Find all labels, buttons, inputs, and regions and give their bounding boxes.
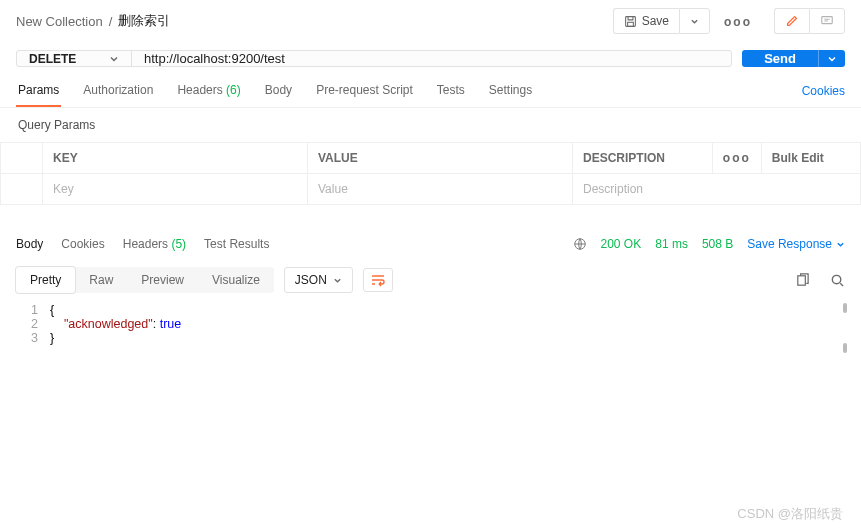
watermark: CSDN @洛阳纸贵 <box>737 505 843 523</box>
tab-settings[interactable]: Settings <box>487 75 534 107</box>
table-row[interactable]: Key Value Description <box>1 174 861 205</box>
comment-button[interactable] <box>809 8 845 34</box>
svg-rect-1 <box>627 22 633 26</box>
comment-icon <box>820 14 834 28</box>
more-icon: ooo <box>724 15 752 29</box>
copy-icon[interactable] <box>795 273 810 288</box>
format-select[interactable]: JSON <box>284 267 353 293</box>
svg-rect-4 <box>798 275 806 284</box>
resp-tab-cookies[interactable]: Cookies <box>61 233 104 255</box>
cookies-link[interactable]: Cookies <box>802 76 845 106</box>
chevron-down-icon <box>109 54 119 64</box>
tab-tests[interactable]: Tests <box>435 75 467 107</box>
breadcrumb-collection[interactable]: New Collection <box>16 14 103 29</box>
wrap-lines-button[interactable] <box>363 268 393 292</box>
bulk-edit-button[interactable]: Bulk Edit <box>761 143 860 174</box>
line-number: 3 <box>0 331 50 345</box>
cell-value-placeholder[interactable]: Value <box>308 174 573 205</box>
save-icon <box>624 15 637 28</box>
resp-tab-body[interactable]: Body <box>16 233 43 255</box>
col-key: KEY <box>43 143 308 174</box>
save-button-label: Save <box>642 14 669 28</box>
view-raw[interactable]: Raw <box>75 267 127 293</box>
col-checkbox <box>1 143 43 174</box>
save-response-button[interactable]: Save Response <box>747 237 845 251</box>
tab-headers-label: Headers <box>177 83 222 97</box>
more-options-button[interactable]: ooo <box>718 9 758 34</box>
resp-tab-headers[interactable]: Headers (5) <box>123 233 186 255</box>
http-method-label: DELETE <box>29 52 76 66</box>
query-params-heading: Query Params <box>0 108 861 142</box>
view-pretty[interactable]: Pretty <box>16 267 75 293</box>
line-number: 1 <box>0 303 50 317</box>
send-dropdown[interactable] <box>818 50 845 67</box>
save-button[interactable]: Save <box>613 8 679 34</box>
tab-prerequest[interactable]: Pre-request Script <box>314 75 415 107</box>
response-time: 81 ms <box>655 237 688 251</box>
response-body[interactable]: 1 { 2 "acknowledged": true 3 } <box>0 297 861 351</box>
status-code: 200 OK <box>601 237 642 251</box>
resp-tab-testresults[interactable]: Test Results <box>204 233 269 255</box>
breadcrumb-current[interactable]: 删除索引 <box>118 12 170 30</box>
chevron-down-icon <box>690 17 699 26</box>
save-dropdown[interactable] <box>679 8 710 34</box>
view-visualize[interactable]: Visualize <box>198 267 274 293</box>
cell-desc-placeholder[interactable]: Description <box>573 174 861 205</box>
pencil-icon <box>785 14 799 28</box>
edit-button[interactable] <box>774 8 809 34</box>
save-button-group: Save <box>613 8 710 34</box>
svg-point-5 <box>832 275 840 283</box>
response-size: 508 B <box>702 237 733 251</box>
tab-params[interactable]: Params <box>16 75 61 107</box>
more-icon: ooo <box>723 151 751 165</box>
svg-rect-0 <box>625 16 635 26</box>
line-number: 2 <box>0 317 50 331</box>
tab-headers-count: (6) <box>226 83 241 97</box>
http-method-select[interactable]: DELETE <box>17 51 132 66</box>
globe-icon[interactable] <box>573 237 587 251</box>
svg-rect-2 <box>822 17 833 24</box>
format-label: JSON <box>295 273 327 287</box>
search-icon[interactable] <box>830 273 845 288</box>
col-value: VALUE <box>308 143 573 174</box>
cell-key-placeholder[interactable]: Key <box>43 174 308 205</box>
breadcrumb-separator: / <box>109 14 113 29</box>
tab-body[interactable]: Body <box>263 75 294 107</box>
tab-authorization[interactable]: Authorization <box>81 75 155 107</box>
view-preview[interactable]: Preview <box>127 267 198 293</box>
col-description: DESCRIPTION <box>573 143 713 174</box>
tab-headers[interactable]: Headers (6) <box>175 75 242 107</box>
send-button[interactable]: Send <box>742 50 818 67</box>
resp-tab-headers-label: Headers <box>123 237 168 251</box>
resp-tab-headers-count: (5) <box>171 237 186 251</box>
save-response-label: Save Response <box>747 237 832 251</box>
wrap-icon <box>370 273 386 287</box>
breadcrumb: New Collection / 删除索引 <box>16 12 613 30</box>
chevron-down-icon <box>827 54 837 64</box>
url-input[interactable] <box>132 51 731 66</box>
col-more[interactable]: ooo <box>712 143 761 174</box>
